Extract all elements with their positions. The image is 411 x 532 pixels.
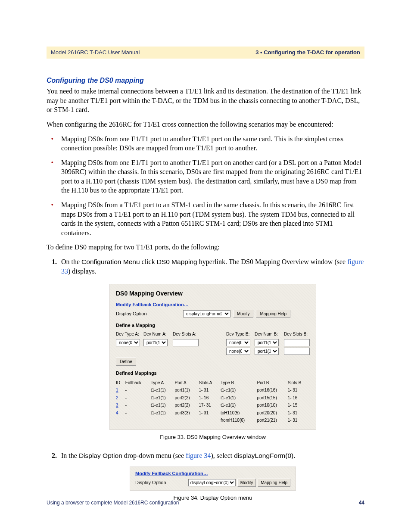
table-row: 3-t1-e1(1)port2(2)17- 31t1-e1(1)port10(1… [116,401,310,409]
mapping-help-button[interactable]: Mapping Help [258,479,290,487]
text: hyperlink. The DS0 Mapping Overview wind… [197,258,348,265]
display-option-select[interactable]: displayLongForm(0) [183,310,230,317]
ui-term: DS0 Mapping [157,258,197,265]
col-port-a: Port A [175,379,199,387]
cell: 1- 31 [288,386,310,394]
page-number: 44 [359,499,364,506]
cell: fromH110(6) [221,417,257,424]
dev-type-b2-select[interactable]: none(0) [226,348,250,355]
fig33-title: DS0 Mapping Overview [116,289,310,298]
cell: t1-e1(1) [151,394,175,402]
cell: port15(15) [257,394,288,402]
cell: 1- 16 [199,394,221,402]
paragraph-1: You need to make internal connections be… [47,87,364,115]
cell: t1-e1(1) [221,401,257,409]
defined-mappings-heading: Defined Mappings [116,370,310,376]
dev-type-b1-select[interactable]: none(0) [226,339,250,346]
label: Dev Type A: [116,331,143,337]
cell: port21(21) [257,417,288,424]
cell: - [125,394,151,402]
chapter-title: 3 • Configuring the T-DAC for operation [255,49,360,56]
table-row: 1-t1-e1(1)port1(1)1- 31t1-e1(1)port16(16… [116,386,310,394]
mapping-id-link[interactable]: 1 [116,388,118,392]
modify-button[interactable]: Modify [237,479,256,487]
dev-type-a-select[interactable]: none(0) [116,339,140,346]
label: Dev Slots B: [284,331,310,337]
display-option-label: Display Option [116,311,181,317]
figure-34: Modify Fallback Configuration… Display O… [130,467,296,491]
col-fallback: Fallback [125,379,151,387]
cell: t1-e1(1) [221,394,257,402]
cell: 1- 31 [199,409,221,417]
text: ) displays. [68,268,97,275]
page: Model 2616RC T-DAC User Manual 3 • Confi… [0,0,411,532]
modify-button[interactable]: Modify [233,310,253,318]
mapping-id-link[interactable]: 4 [116,411,118,415]
cell: 17- 31 [199,401,221,409]
display-option-label: Display Option [135,479,166,486]
mapping-help-button[interactable]: Mapping Help [256,310,290,318]
figure-33-caption: Figure 33. DS0 Mapping Overview window [61,433,364,441]
dev-num-a-select[interactable]: port1(1) [143,339,168,346]
manual-title: Model 2616RC T-DAC User Manual [51,49,140,56]
bullet-item: Mapping DS0s from one E1/T1 port to anot… [59,158,364,195]
table-row: 2-t1-e1(1)port2(2)1- 16t1-e1(1)port15(15… [116,394,310,402]
defined-mappings-table: ID Fallback Type A Port A Slots A Type B… [116,379,310,424]
bullet-item: Mapping DS0s from a T1/E1 port to an STM… [59,200,364,237]
dev-num-b1-select[interactable]: port1(1) [255,339,279,346]
label: Dev Type B: [226,331,255,337]
mapping-id-link[interactable]: 2 [116,395,118,400]
mapping-id-link[interactable]: 3 [116,403,118,408]
paragraph-2: When configuring the 2616RC for T1/E1 cr… [47,120,364,129]
step-1: On the Configuration Menu click DS0 Mapp… [59,257,364,441]
label: Dev Num B: [255,331,284,337]
text: On the [61,258,81,265]
header-bar: Model 2616RC T-DAC User Manual 3 • Confi… [47,47,364,59]
cell: toH110(5) [221,409,257,417]
modify-fallback-link[interactable]: Modify Fallback Configuration… [135,470,290,477]
col-port-b: Port B [257,379,288,387]
define-mapping-heading: Define a Mapping [116,322,310,329]
cell: 1- 15 [288,401,310,409]
section-heading: Configuring the DS0 mapping [47,76,364,85]
ordered-steps: On the Configuration Menu click DS0 Mapp… [47,257,364,501]
ui-term: Display Option [79,452,122,459]
cell: - [125,409,151,417]
define-mapping-labels: Dev Type A: Dev Num A: Dev Slots A: Dev … [116,331,310,337]
ui-term: Configuration Menu [81,258,140,265]
col-type-b: Type B [221,379,257,387]
bullet-item: Mapping DS0s from one E1/T1 port to anot… [59,134,364,153]
col-slots-a: Slots A [199,379,221,387]
cell: t1-e1(1) [151,401,175,409]
cell: port2(2) [175,401,199,409]
label: Dev Slots A: [173,331,199,337]
cell: 1- 31 [288,417,310,424]
paragraph-3: To define DS0 mapping for two T1/E1 port… [47,243,364,252]
col-slots-b: Slots B [288,379,310,387]
table-row: 4-t1-e1(1)port3(3)1- 31toH110(5)port20(2… [116,409,310,417]
display-option-select[interactable]: displayLongForm(0) [188,479,236,486]
step-2: In the Display Option drop-down menu (se… [59,451,364,501]
text: click [140,258,157,265]
text: drop-down menu (see [122,452,186,459]
modify-fallback-link[interactable]: Modify Fallback Configuration… [116,302,310,308]
col-type-a: Type A [151,379,175,387]
dev-slots-b1-input[interactable] [284,339,310,346]
cell: 1- 16 [288,394,310,402]
dev-slots-b2-input[interactable] [284,348,310,355]
dev-num-b2-select[interactable]: port1(1) [255,348,279,355]
label: Dev Num A: [143,331,173,337]
cell: port16(16) [257,386,288,394]
footer: Using a browser to complete Model 2616RC… [47,499,364,506]
figure-33: DS0 Mapping Overview Modify Fallback Con… [109,284,316,430]
text: . [293,452,295,459]
ui-term: displayLongForm(0) [234,452,293,459]
text: In the [61,452,79,459]
cell: port20(20) [257,409,288,417]
define-button[interactable]: Define [116,358,136,366]
figure-34-link[interactable]: figure 34 [186,452,211,459]
table-row: fromH110(6)port21(21)1- 31 [116,417,310,424]
cell: port2(2) [175,394,199,402]
cell: - [125,386,151,394]
dev-slots-a-input[interactable] [173,339,199,346]
